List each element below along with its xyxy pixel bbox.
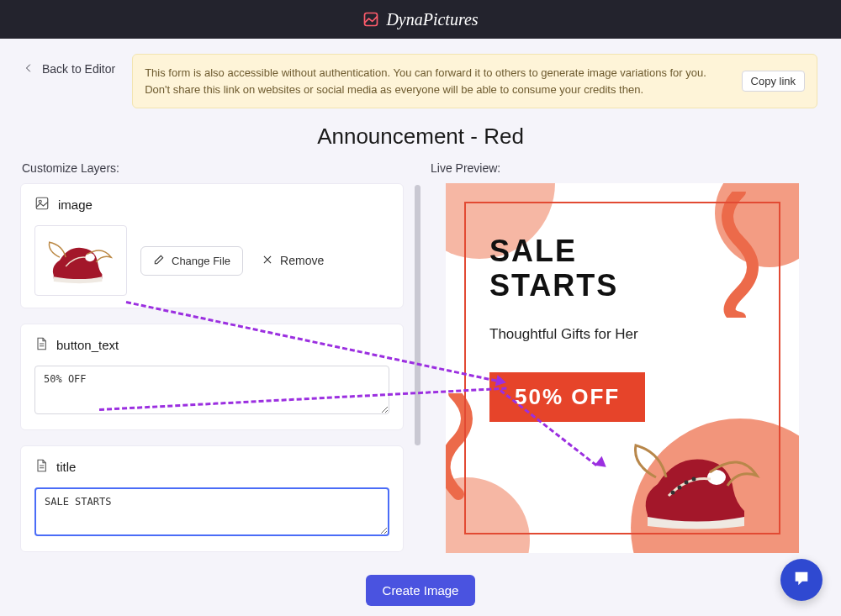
button-text-input[interactable] (34, 366, 389, 414)
remove-label: Remove (280, 254, 324, 267)
shoe-thumb-icon (45, 233, 117, 288)
back-link-label: Back to Editor (42, 62, 115, 76)
page-title: Announcement - Red (0, 124, 841, 150)
chevron-left-icon (24, 62, 34, 76)
layer-card-image: image (20, 183, 404, 308)
layers-scroll-area[interactable]: image (20, 183, 412, 552)
live-preview-canvas: SALE STARTS Thoughtful Gifts for Her 50%… (446, 183, 799, 553)
brand-name: DynaPictures (386, 10, 478, 29)
layer-name-image: image (58, 197, 93, 212)
title-input[interactable] (34, 487, 389, 536)
layer-name-title: title (56, 460, 76, 474)
live-preview-label: Live Preview: (431, 161, 821, 175)
customize-column: Customize Layers: image (20, 156, 412, 577)
svg-point-7 (685, 481, 689, 485)
svg-point-8 (692, 477, 696, 482)
svg-point-2 (39, 200, 41, 203)
image-thumbnail[interactable] (34, 225, 127, 296)
main-two-column: Customize Layers: image (0, 156, 841, 577)
create-image-button[interactable]: Create Image (366, 575, 476, 606)
preview-subtitle: Thoughtful Gifts for Her (489, 326, 638, 343)
close-icon (262, 254, 273, 268)
preview-shoe-image (631, 435, 765, 536)
customize-layers-label: Customize Layers: (22, 161, 412, 175)
preview-title: SALE STARTS (489, 234, 708, 303)
app-topbar: DynaPictures (0, 0, 841, 39)
layer-card-title: title (20, 445, 404, 552)
layer-card-button-text: button_text (20, 324, 404, 430)
document-icon (34, 458, 48, 476)
back-to-editor-link[interactable]: Back to Editor (24, 54, 115, 76)
copy-link-button[interactable]: Copy link (742, 71, 805, 92)
preview-column: Live Preview: SALE STARTS Thoughtful Gif… (429, 156, 821, 577)
header-row: Back to Editor This form is also accessi… (0, 39, 841, 108)
remove-image-button[interactable]: Remove (257, 247, 329, 275)
pencil-icon (153, 254, 165, 268)
auth-notice: This form is also accessible without aut… (132, 54, 817, 108)
chat-widget-button[interactable] (780, 559, 822, 601)
preview-button: 50% OFF (489, 372, 645, 422)
svg-point-3 (85, 253, 95, 261)
change-file-button[interactable]: Change File (140, 246, 243, 276)
svg-point-6 (678, 486, 682, 490)
change-file-label: Change File (172, 255, 230, 267)
footer: Create Image (0, 575, 841, 606)
document-icon (34, 336, 48, 354)
scrollbar[interactable] (415, 185, 420, 445)
image-icon (34, 196, 50, 213)
notice-text: This form is also accessible without aut… (145, 65, 731, 97)
svg-point-5 (671, 491, 675, 495)
layer-name-button-text: button_text (56, 338, 119, 352)
brand-logo-icon (362, 11, 379, 28)
chat-icon (792, 569, 811, 591)
